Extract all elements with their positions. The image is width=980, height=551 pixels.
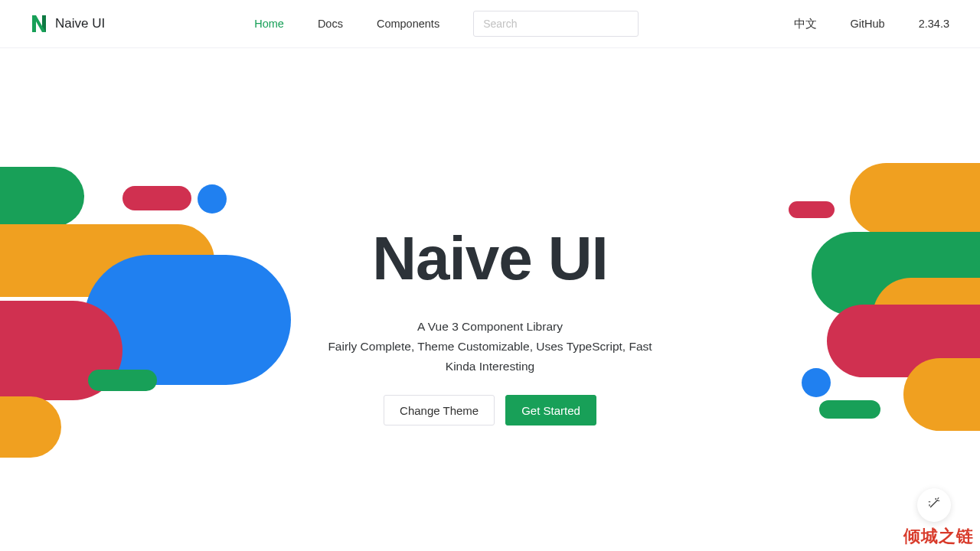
hero-subtitle: A Vue 3 Component Library Fairly Complet… [260, 320, 720, 373]
header: Naive UI Home Docs Components 中文 GitHub … [0, 0, 980, 48]
nav-home[interactable]: Home [254, 18, 284, 30]
nav-docs[interactable]: Docs [318, 18, 343, 30]
nav-components[interactable]: Components [377, 18, 439, 30]
get-started-button[interactable]: Get Started [505, 395, 596, 425]
main-nav: Home Docs Components [254, 18, 439, 30]
watermark-text: 倾城之链 [903, 525, 974, 548]
lang-toggle[interactable]: 中文 [794, 17, 817, 31]
hero-sub-line-1: A Vue 3 Component Library [260, 320, 720, 334]
theme-editor-fab[interactable] [917, 488, 951, 522]
magic-wand-icon [927, 497, 941, 514]
logo-text: Naive UI [55, 16, 105, 31]
hero-sub-line-3: Kinda Interesting [260, 360, 720, 373]
hero-buttons: Change Theme Get Started [260, 395, 720, 425]
search-input[interactable] [473, 11, 639, 37]
hero-content: Naive UI A Vue 3 Component Library Fairl… [260, 228, 720, 425]
hero-title: Naive UI [260, 228, 720, 289]
github-link[interactable]: GitHub [851, 18, 885, 30]
change-theme-button[interactable]: Change Theme [384, 395, 495, 425]
logo-icon [31, 14, 47, 34]
hero-sub-line-2: Fairly Complete, Theme Customizable, Use… [260, 340, 720, 354]
header-right: 中文 GitHub 2.34.3 [794, 17, 949, 31]
version-label[interactable]: 2.34.3 [919, 18, 949, 30]
logo[interactable]: Naive UI [31, 14, 105, 34]
search-wrap [473, 11, 639, 37]
hero: Naive UI A Vue 3 Component Library Fairl… [0, 48, 980, 551]
